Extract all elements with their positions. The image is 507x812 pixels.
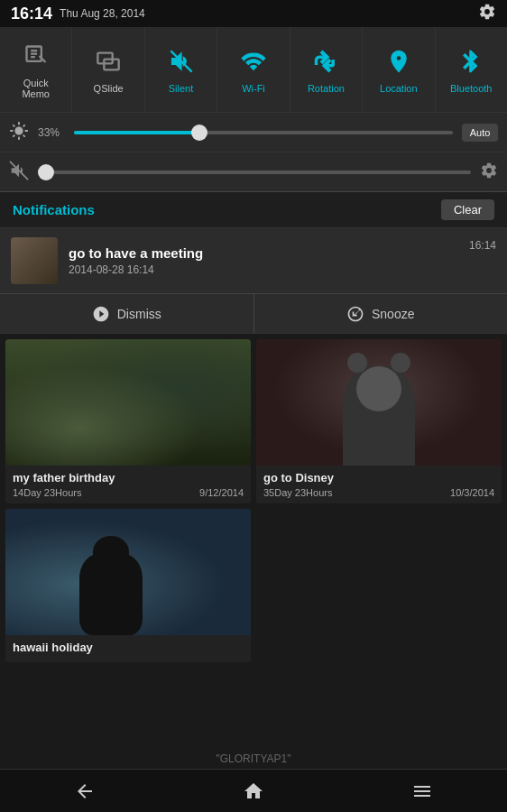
status-bar: 16:14 Thu Aug 28, 2014 xyxy=(0,0,507,27)
volume-slider[interactable] xyxy=(38,171,471,174)
disney-title: go to Disney xyxy=(263,471,494,484)
toggle-bar: QuickMemo QSlide Silent Wi-Fi xyxy=(0,27,507,113)
quick-memo-icon xyxy=(20,40,52,72)
wifi-label: Wi-Fi xyxy=(242,83,265,94)
event-card-disney[interactable]: go to Disney 35Day 23Hours 10/3/2014 xyxy=(256,339,502,503)
notification-card[interactable]: go to have a meeting 2014-08-28 16:14 16… xyxy=(0,228,507,334)
disney-image xyxy=(256,339,502,466)
holiday-info: hawaii holiday xyxy=(5,635,251,662)
disney-info: go to Disney 35Day 23Hours 10/3/2014 xyxy=(256,466,502,503)
notification-time: 16:14 xyxy=(469,239,496,252)
birthday-info: my father birthday 14Day 23Hours 9/12/20… xyxy=(5,466,251,503)
status-time: 16:14 xyxy=(11,5,52,23)
device-name: "GLORITYAP1" xyxy=(0,749,507,769)
auto-button[interactable]: Auto xyxy=(462,124,498,142)
home-icon xyxy=(243,780,264,802)
disney-ear-right xyxy=(391,353,410,373)
disney-figure xyxy=(343,366,415,466)
toggle-location[interactable]: Location xyxy=(363,27,435,112)
silent-label: Silent xyxy=(169,83,194,94)
rotation-icon xyxy=(309,45,342,78)
toggle-quick-memo[interactable]: QuickMemo xyxy=(0,27,72,112)
location-label: Location xyxy=(380,83,418,94)
volume-mute-icon xyxy=(9,161,29,184)
settings-icon[interactable] xyxy=(478,3,496,24)
birthday-image xyxy=(5,339,251,466)
menu-button[interactable] xyxy=(395,770,449,812)
toggle-bluetooth[interactable]: Bluetooth xyxy=(436,27,507,112)
notification-main: go to have a meeting 2014-08-28 16:14 16… xyxy=(0,228,507,293)
disney-ear-left xyxy=(347,353,367,373)
holiday-image xyxy=(5,509,251,635)
notification-thumbnail-image xyxy=(11,237,58,284)
disney-head xyxy=(356,366,401,411)
notification-date: 2014-08-28 16:14 xyxy=(69,263,458,276)
volume-settings-icon[interactable] xyxy=(480,161,498,183)
birthday-title: my father birthday xyxy=(13,471,244,484)
birthday-meta: 14Day 23Hours 9/12/2014 xyxy=(13,487,244,498)
status-left: 16:14 Thu Aug 28, 2014 xyxy=(11,5,145,23)
dismiss-label: Dismiss xyxy=(117,307,161,321)
event-card-birthday[interactable]: my father birthday 14Day 23Hours 9/12/20… xyxy=(5,339,251,503)
toggle-silent[interactable]: Silent xyxy=(145,27,217,112)
brightness-percent: 33% xyxy=(38,126,65,139)
notifications-header: Notifications Clear xyxy=(0,192,507,228)
quick-memo-label: QuickMemo xyxy=(22,78,50,99)
clear-button[interactable]: Clear xyxy=(441,199,494,220)
toggle-qslide[interactable]: QSlide xyxy=(72,27,144,112)
notification-content: go to have a meeting 2014-08-28 16:14 xyxy=(69,245,458,276)
brightness-slider[interactable] xyxy=(74,131,453,134)
menu-icon xyxy=(411,780,433,802)
holiday-title: hawaii holiday xyxy=(13,641,244,654)
birthday-days: 14Day 23Hours xyxy=(13,487,81,498)
wifi-icon xyxy=(237,45,270,78)
home-button[interactable] xyxy=(226,770,281,812)
events-grid: my father birthday 14Day 23Hours 9/12/20… xyxy=(0,334,507,668)
notification-thumbnail xyxy=(11,237,58,284)
notification-actions: Dismiss Snooze xyxy=(0,293,507,333)
birthday-date: 9/12/2014 xyxy=(199,487,244,498)
rotation-label: Rotation xyxy=(308,83,345,94)
disney-meta: 35Day 23Hours 10/3/2014 xyxy=(263,487,494,498)
bluetooth-label: Bluetooth xyxy=(450,83,492,94)
snooze-label: Snooze xyxy=(372,307,414,321)
brightness-row: 33% Auto xyxy=(0,113,507,152)
volume-row xyxy=(0,152,507,192)
dismiss-button[interactable]: Dismiss xyxy=(0,294,254,333)
brightness-icon xyxy=(9,121,29,144)
back-button[interactable] xyxy=(58,770,112,812)
silent-icon xyxy=(165,45,198,78)
snooze-icon xyxy=(346,305,364,323)
disney-days: 35Day 23Hours xyxy=(263,487,332,498)
event-card-holiday[interactable]: hawaii holiday xyxy=(5,509,251,662)
qslide-label: QSlide xyxy=(94,83,124,94)
toggle-wifi[interactable]: Wi-Fi xyxy=(217,27,290,112)
snooze-button[interactable]: Snooze xyxy=(254,294,508,333)
qslide-icon xyxy=(92,45,124,78)
location-icon xyxy=(383,45,415,78)
bluetooth-icon xyxy=(455,45,487,78)
holiday-dog-head xyxy=(93,536,129,567)
status-date: Thu Aug 28, 2014 xyxy=(60,7,145,20)
back-icon xyxy=(74,780,96,802)
holiday-dog xyxy=(79,554,143,635)
notification-title: go to have a meeting xyxy=(69,245,458,261)
toggle-rotation[interactable]: Rotation xyxy=(290,27,363,112)
disney-date: 10/3/2014 xyxy=(450,487,494,498)
dismiss-icon xyxy=(92,305,110,323)
nav-bar xyxy=(0,769,507,812)
notifications-title: Notifications xyxy=(13,202,95,217)
